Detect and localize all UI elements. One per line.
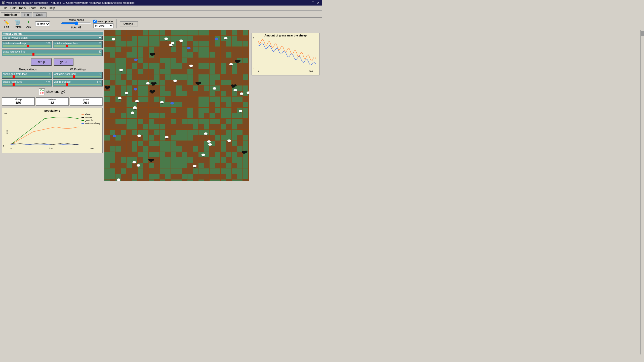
switch-off-label: Off — [40, 92, 44, 95]
populations-chart: populations 394 pop. 0 sheep — [2, 108, 103, 153]
go-cycle-icon: ↺ — [64, 60, 67, 64]
sheep-reproduce-slider-box: sheep-reproduce 4 % — [2, 80, 52, 86]
close-button[interactable]: ✕ — [316, 1, 320, 5]
sheep-slider-label: initial-number-sheep — [3, 42, 26, 45]
minimize-button[interactable]: ─ — [306, 1, 310, 5]
grass-monitor: grass 201 — [70, 97, 103, 106]
delete-icon: 🗑️ — [15, 19, 21, 25]
grass-chart-title: Amount of grass near the sheep — [253, 34, 318, 37]
separator-2 — [116, 19, 117, 28]
setup-go-row: setup go ↺ — [2, 58, 103, 66]
app-icon: 🐺 — [2, 1, 5, 5]
setup-button[interactable]: setup — [31, 58, 51, 66]
gain-sliders-row: sheep-gain-from-food 4 wolf-gain-from-fo… — [2, 72, 103, 79]
reproduce-sliders-row: sheep-reproduce 4 % wolf-reproduce 5 % — [2, 80, 103, 86]
menu-zoom[interactable]: Zoom — [27, 6, 38, 10]
grass-canvas — [258, 37, 316, 70]
sheep-slider-thumb[interactable] — [27, 45, 29, 47]
menu-edit[interactable]: Edit — [9, 6, 17, 10]
wolf-reproduce-slider-box: wolf-reproduce 5 % — [53, 80, 103, 86]
menu-help[interactable]: Help — [47, 6, 57, 10]
sheep-gain-slider-box: sheep-gain-from-food 4 — [2, 72, 52, 79]
sheep-slider-val: 100 — [46, 42, 51, 45]
wolves-slider-box: initial-number-wolves 50 — [53, 41, 103, 48]
menu-bar: File Edit Tools Zoom Tabs Help — [0, 6, 322, 11]
menu-file[interactable]: File — [1, 6, 9, 10]
maximize-button[interactable]: ☐ — [311, 1, 315, 5]
wolf-reproduce-thumb[interactable] — [66, 83, 68, 86]
wolves-legend-color — [82, 117, 84, 118]
sheep-slider-box: initial-number-sheep 100 — [2, 41, 52, 48]
wolf-reproduce-label: wolf-reproduce — [54, 80, 71, 83]
delete-button[interactable]: 🗑️ Delete — [13, 19, 22, 28]
menu-tabs[interactable]: Tabs — [38, 6, 47, 10]
settings-labels: Sheep settings Wolf settings — [2, 68, 103, 71]
separator-1 — [53, 19, 53, 28]
legend-avoidant: avoidant-sheep — [82, 122, 100, 125]
tab-info[interactable]: Info — [21, 12, 32, 17]
wolves-slider-track — [54, 45, 102, 47]
tab-interface[interactable]: Interface — [1, 12, 20, 17]
window-title: Wolf Sheep Predation competition - NetLo… — [6, 1, 135, 4]
grass-legend-color — [82, 120, 84, 121]
legend-grass: grass / 4 — [82, 119, 100, 122]
wolf-gain-slider-box: wolf-gain-from-food 20 — [53, 72, 103, 79]
tab-code[interactable]: Code — [33, 12, 47, 17]
title-bar: 🐺 Wolf Sheep Predation competition - Net… — [0, 0, 322, 6]
speed-section: normal speed ticks: 69 — [61, 19, 91, 29]
sheep-monitor-val: 189 — [3, 101, 34, 105]
grass-chart-body: 5 0 — [253, 37, 318, 70]
chart-legend: sheep wolves grass / 4 avoidant-she — [82, 113, 100, 125]
avoidant-legend-color — [82, 123, 84, 124]
chart-title: populations — [3, 109, 101, 112]
sheep-monitor-label: sheep — [3, 98, 34, 101]
right-panel: Amount of grass near the sheep 5 0 0 73.… — [249, 30, 322, 181]
wolves-slider-val: 50 — [99, 42, 101, 45]
go-button[interactable]: go ↺ — [54, 58, 73, 66]
wolves-slider-thumb[interactable] — [66, 45, 68, 47]
legend-sheep: sheep — [82, 113, 100, 116]
element-type-dropdown[interactable]: Button — [35, 21, 50, 26]
settings-button[interactable]: Settings... — [120, 21, 138, 26]
edit-button[interactable]: ✏️ Edit — [2, 19, 11, 28]
tab-bar: Interface Info Code — [0, 11, 322, 18]
wolf-gain-thumb[interactable] — [73, 75, 75, 78]
sheep-reproduce-label: sheep-reproduce — [3, 80, 22, 83]
initial-sliders-row: initial-number-sheep 100 initial-number-… — [2, 41, 103, 48]
add-button[interactable]: + Add — [24, 19, 33, 28]
wolf-reproduce-val: 5 % — [97, 80, 101, 83]
pop-y-label: pop. — [6, 126, 8, 133]
world-area — [104, 30, 249, 181]
wolves-monitor-val: 13 — [37, 101, 68, 105]
dropdown-arrow-icon: ▼ — [99, 36, 101, 39]
chart-canvas-area: sheep wolves grass / 4 avoidant-she — [11, 112, 101, 147]
grass-slider-thumb[interactable] — [32, 53, 34, 56]
wolf-gain-track — [54, 76, 102, 77]
wolves-slider-label: initial-number-wolves — [54, 42, 78, 45]
speed-slider[interactable] — [61, 21, 91, 25]
wolf-settings-label: Wolf settings — [70, 68, 86, 71]
wolf-gain-label: wolf-gain-from-food — [54, 73, 76, 75]
menu-tools[interactable]: Tools — [17, 6, 27, 10]
grass-chart: Amount of grass near the sheep 5 0 0 73.… — [252, 33, 319, 75]
sheep-monitor: sheep 189 — [2, 97, 35, 106]
show-energy-box: On Off show-energy? — [2, 88, 103, 95]
population-canvas — [11, 112, 78, 145]
model-version-select[interactable]: sheep-wolves-grass ▼ — [2, 36, 103, 40]
show-energy-switch[interactable]: On Off — [39, 88, 45, 95]
grass-monitor-label: grass — [71, 98, 102, 101]
update-mode-dropdown[interactable]: on ticks — [93, 23, 113, 28]
monitors-row: sheep 189 wolves 13 grass 201 — [2, 97, 103, 106]
sheep-gain-val: 4 — [49, 73, 51, 75]
sheep-gain-thumb[interactable] — [13, 75, 15, 78]
x-labels: 0 time 100 — [3, 147, 101, 150]
model-version-label: model-version — [2, 32, 103, 35]
sheep-reproduce-thumb[interactable] — [13, 83, 15, 86]
view-updates-checkbox[interactable] — [93, 20, 97, 23]
grass-slider-label: grass-regrowth-time — [3, 50, 25, 53]
grass-monitor-val: 201 — [71, 101, 102, 105]
grass-slider-track — [3, 54, 101, 55]
view-updates-label: view updates — [97, 20, 113, 23]
grass-slider-box: grass-regrowth-time 30 — [2, 50, 103, 56]
wolves-monitor-label: wolves — [37, 98, 68, 101]
